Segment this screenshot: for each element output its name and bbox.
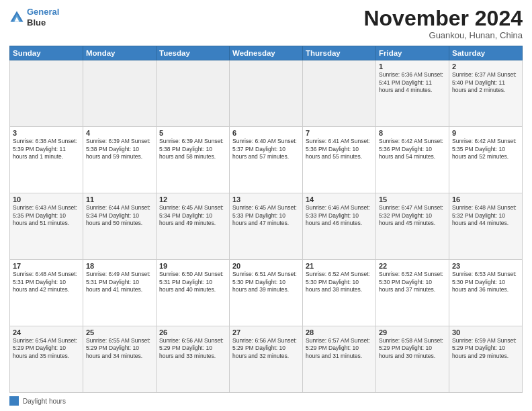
day-info: Sunrise: 6:51 AM Sunset: 5:30 PM Dayligh…	[232, 271, 300, 293]
day-number: 3	[13, 129, 80, 137]
footer: Daylight hours	[9, 396, 523, 406]
day-number: 10	[13, 195, 80, 203]
weekday-header: Monday	[83, 46, 157, 60]
day-info: Sunrise: 6:45 AM Sunset: 5:34 PM Dayligh…	[159, 204, 226, 227]
day-number: 6	[232, 129, 300, 137]
calendar-cell: 22Sunrise: 6:52 AM Sunset: 5:30 PM Dayli…	[376, 260, 449, 326]
day-number: 17	[13, 262, 80, 270]
calendar-cell	[10, 60, 83, 127]
title-block: November 2024 Guankou, Hunan, China	[363, 7, 523, 40]
day-number: 24	[13, 328, 80, 336]
day-info: Sunrise: 6:48 AM Sunset: 5:32 PM Dayligh…	[452, 204, 519, 227]
day-number: 27	[232, 328, 300, 336]
day-number: 22	[379, 262, 446, 270]
calendar-cell: 24Sunrise: 6:54 AM Sunset: 5:29 PM Dayli…	[10, 326, 83, 393]
calendar-cell	[230, 60, 303, 127]
day-number: 21	[306, 262, 373, 270]
calendar-cell: 9Sunrise: 6:42 AM Sunset: 5:35 PM Daylig…	[449, 127, 523, 193]
day-number: 9	[452, 129, 519, 137]
day-info: Sunrise: 6:42 AM Sunset: 5:35 PM Dayligh…	[452, 138, 519, 161]
day-info: Sunrise: 6:57 AM Sunset: 5:29 PM Dayligh…	[306, 337, 373, 360]
calendar-cell: 6Sunrise: 6:40 AM Sunset: 5:37 PM Daylig…	[230, 127, 303, 193]
day-info: Sunrise: 6:47 AM Sunset: 5:32 PM Dayligh…	[379, 204, 446, 227]
day-number: 26	[159, 328, 226, 336]
calendar-week-row: 3Sunrise: 6:38 AM Sunset: 5:39 PM Daylig…	[10, 127, 523, 193]
day-info: Sunrise: 6:56 AM Sunset: 5:29 PM Dayligh…	[159, 337, 226, 360]
calendar-cell: 7Sunrise: 6:41 AM Sunset: 5:36 PM Daylig…	[303, 127, 376, 193]
calendar-cell: 13Sunrise: 6:45 AM Sunset: 5:33 PM Dayli…	[230, 193, 303, 260]
day-number: 12	[159, 195, 226, 203]
calendar-cell: 4Sunrise: 6:39 AM Sunset: 5:38 PM Daylig…	[83, 127, 157, 193]
calendar-cell: 12Sunrise: 6:45 AM Sunset: 5:34 PM Dayli…	[157, 193, 230, 260]
calendar-cell: 19Sunrise: 6:50 AM Sunset: 5:31 PM Dayli…	[157, 260, 230, 326]
calendar-week-row: 17Sunrise: 6:48 AM Sunset: 5:31 PM Dayli…	[10, 260, 523, 326]
day-number: 30	[452, 328, 519, 336]
day-info: Sunrise: 6:36 AM Sunset: 5:41 PM Dayligh…	[379, 71, 446, 94]
day-info: Sunrise: 6:42 AM Sunset: 5:36 PM Dayligh…	[379, 138, 446, 161]
day-info: Sunrise: 6:58 AM Sunset: 5:29 PM Dayligh…	[379, 337, 446, 360]
day-number: 18	[86, 262, 153, 270]
day-number: 25	[86, 328, 153, 336]
calendar-week-row: 1Sunrise: 6:36 AM Sunset: 5:41 PM Daylig…	[10, 60, 523, 127]
day-info: Sunrise: 6:53 AM Sunset: 5:30 PM Dayligh…	[452, 271, 519, 293]
day-info: Sunrise: 6:37 AM Sunset: 5:40 PM Dayligh…	[452, 71, 519, 94]
day-number: 4	[86, 129, 153, 137]
calendar-cell: 21Sunrise: 6:52 AM Sunset: 5:30 PM Dayli…	[303, 260, 376, 326]
day-number: 23	[452, 262, 519, 270]
page: General Blue November 2024 Guankou, Huna…	[0, 0, 532, 411]
logo: General Blue	[9, 7, 59, 28]
day-info: Sunrise: 6:45 AM Sunset: 5:33 PM Dayligh…	[232, 204, 300, 227]
legend-box	[9, 396, 19, 406]
day-info: Sunrise: 6:49 AM Sunset: 5:31 PM Dayligh…	[86, 271, 153, 293]
weekday-header: Wednesday	[230, 46, 303, 60]
legend-label: Daylight hours	[23, 398, 66, 405]
day-number: 5	[159, 129, 226, 137]
day-info: Sunrise: 6:48 AM Sunset: 5:31 PM Dayligh…	[13, 271, 80, 293]
calendar-cell: 17Sunrise: 6:48 AM Sunset: 5:31 PM Dayli…	[10, 260, 83, 326]
day-number: 15	[379, 195, 446, 203]
header: General Blue November 2024 Guankou, Huna…	[9, 7, 523, 40]
calendar-cell: 28Sunrise: 6:57 AM Sunset: 5:29 PM Dayli…	[303, 326, 376, 393]
day-info: Sunrise: 6:38 AM Sunset: 5:39 PM Dayligh…	[13, 138, 80, 161]
day-info: Sunrise: 6:41 AM Sunset: 5:36 PM Dayligh…	[306, 138, 373, 161]
day-info: Sunrise: 6:56 AM Sunset: 5:29 PM Dayligh…	[232, 337, 300, 360]
calendar-cell: 11Sunrise: 6:44 AM Sunset: 5:34 PM Dayli…	[83, 193, 157, 260]
calendar-cell: 30Sunrise: 6:59 AM Sunset: 5:29 PM Dayli…	[449, 326, 523, 393]
day-number: 1	[379, 62, 446, 71]
calendar-table: SundayMondayTuesdayWednesdayThursdayFrid…	[9, 46, 523, 393]
calendar-cell: 14Sunrise: 6:46 AM Sunset: 5:33 PM Dayli…	[303, 193, 376, 260]
day-info: Sunrise: 6:59 AM Sunset: 5:29 PM Dayligh…	[452, 337, 519, 360]
logo-text: General Blue	[27, 7, 59, 28]
weekday-header: Thursday	[303, 46, 376, 60]
calendar-cell: 16Sunrise: 6:48 AM Sunset: 5:32 PM Dayli…	[449, 193, 523, 260]
day-info: Sunrise: 6:54 AM Sunset: 5:29 PM Dayligh…	[13, 337, 80, 360]
day-info: Sunrise: 6:43 AM Sunset: 5:35 PM Dayligh…	[13, 204, 80, 227]
calendar-week-row: 10Sunrise: 6:43 AM Sunset: 5:35 PM Dayli…	[10, 193, 523, 260]
day-info: Sunrise: 6:46 AM Sunset: 5:33 PM Dayligh…	[306, 204, 373, 227]
weekday-header: Friday	[376, 46, 449, 60]
calendar-cell	[157, 60, 230, 127]
calendar-cell: 23Sunrise: 6:53 AM Sunset: 5:30 PM Dayli…	[449, 260, 523, 326]
day-info: Sunrise: 6:40 AM Sunset: 5:37 PM Dayligh…	[232, 138, 300, 161]
calendar-cell	[83, 60, 157, 127]
day-info: Sunrise: 6:52 AM Sunset: 5:30 PM Dayligh…	[379, 271, 446, 293]
logo-line1: General	[27, 7, 59, 17]
day-number: 2	[452, 62, 519, 71]
calendar-cell: 1Sunrise: 6:36 AM Sunset: 5:41 PM Daylig…	[376, 60, 449, 127]
day-info: Sunrise: 6:52 AM Sunset: 5:30 PM Dayligh…	[306, 271, 373, 293]
calendar-cell: 8Sunrise: 6:42 AM Sunset: 5:36 PM Daylig…	[376, 127, 449, 193]
weekday-header: Tuesday	[157, 46, 230, 60]
day-info: Sunrise: 6:55 AM Sunset: 5:29 PM Dayligh…	[86, 337, 153, 360]
weekday-header: Saturday	[449, 46, 523, 60]
calendar-cell: 25Sunrise: 6:55 AM Sunset: 5:29 PM Dayli…	[83, 326, 157, 393]
logo-line2: Blue	[27, 17, 59, 28]
calendar-cell: 20Sunrise: 6:51 AM Sunset: 5:30 PM Dayli…	[230, 260, 303, 326]
calendar-cell: 26Sunrise: 6:56 AM Sunset: 5:29 PM Dayli…	[157, 326, 230, 393]
day-info: Sunrise: 6:50 AM Sunset: 5:31 PM Dayligh…	[159, 271, 226, 293]
calendar-cell: 18Sunrise: 6:49 AM Sunset: 5:31 PM Dayli…	[83, 260, 157, 326]
day-info: Sunrise: 6:44 AM Sunset: 5:34 PM Dayligh…	[86, 204, 153, 227]
calendar-cell: 27Sunrise: 6:56 AM Sunset: 5:29 PM Dayli…	[230, 326, 303, 393]
day-info: Sunrise: 6:39 AM Sunset: 5:38 PM Dayligh…	[86, 138, 153, 161]
weekday-header: Sunday	[10, 46, 83, 60]
day-number: 20	[232, 262, 300, 270]
